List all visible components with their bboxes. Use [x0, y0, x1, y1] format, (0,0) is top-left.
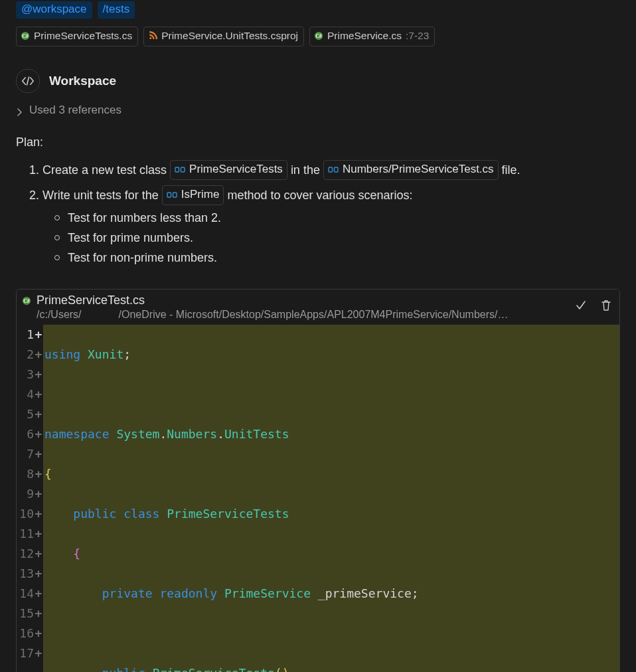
- code-filename: PrimeServiceTest.cs: [37, 294, 508, 307]
- symbol-chip-label: Numbers/PrimeServiceTest.cs: [343, 161, 494, 178]
- plan-subitem-3: Test for non-prime numbers.: [54, 248, 620, 268]
- diff-plus-icon: +: [34, 365, 43, 384]
- svg-rect-9: [173, 193, 177, 197]
- context-file-3[interactable]: C# PrimeService.cs:7-23: [309, 27, 435, 46]
- svg-text:C#: C#: [22, 33, 29, 39]
- plan-item-2-text-b: method to cover various scenarios:: [227, 189, 412, 202]
- code-block-header: C# PrimeServiceTest.cs /c:/Users//OneDri…: [17, 290, 619, 325]
- line-number: 14: [19, 584, 34, 604]
- line-number: 4: [19, 384, 34, 404]
- diff-plus-icon: +: [34, 424, 43, 444]
- line-number: 1: [19, 325, 34, 345]
- diff-plus-icon: +: [34, 325, 43, 345]
- symbol-chip-primeservicetests[interactable]: PrimeServiceTests: [170, 160, 287, 180]
- diff-plus-icon: +: [34, 384, 43, 404]
- csharp-icon: C#: [314, 31, 323, 41]
- plan-list: Create a new test class PrimeServiceTest…: [16, 157, 620, 270]
- line-number: 9: [19, 484, 34, 504]
- diff-plus-icon: +: [34, 604, 43, 624]
- plan-item-1-text-a: Create a new test class: [42, 163, 170, 177]
- tests-badge[interactable]: /tests: [98, 1, 135, 19]
- diff-plus-icon: +: [34, 404, 43, 424]
- plan-sublist: Test for numbers less than 2. Test for p…: [54, 208, 620, 268]
- svg-rect-6: [329, 167, 333, 172]
- line-number: 16: [19, 624, 34, 643]
- line-number: 11: [19, 524, 34, 544]
- diff-plus-icon: +: [34, 624, 43, 643]
- apply-button[interactable]: [574, 299, 588, 312]
- code-area: 1+ 2+ 3+ 4+ 5+ 6+ 7+ 8+ 9+ 10+ 11+ 12+ 1…: [17, 325, 619, 672]
- plan-item-1-text-b: in the: [291, 163, 323, 177]
- svg-text:C#: C#: [315, 33, 322, 39]
- line-number: 3: [19, 365, 34, 384]
- svg-rect-5: [181, 167, 185, 172]
- line-number: 15: [19, 604, 34, 624]
- line-number: 10: [19, 504, 34, 524]
- line-number: 12: [19, 544, 34, 564]
- diff-plus-icon: +: [34, 504, 43, 524]
- workspace-badge[interactable]: @workspace: [16, 1, 92, 19]
- workspace-header: Workspace: [16, 69, 620, 93]
- line-number: 17: [19, 643, 34, 663]
- diff-plus-icon: +: [34, 564, 43, 584]
- references-toggle[interactable]: Used 3 references: [16, 104, 620, 117]
- context-file-2-name: PrimeService.UnitTests.csproj: [161, 29, 298, 43]
- diff-plus-icon: +: [34, 345, 43, 365]
- chevron-right-icon: [16, 106, 24, 114]
- diff-plus-icon: +: [34, 484, 43, 504]
- csharp-icon: C#: [21, 31, 30, 41]
- line-number: 8: [19, 464, 34, 484]
- line-number: 6: [19, 424, 34, 444]
- symbol-icon: [175, 165, 185, 174]
- diff-plus-icon: +: [34, 524, 43, 544]
- context-files-row: C# PrimeServiceTests.cs PrimeService.Uni…: [16, 25, 620, 46]
- symbol-chip-label: PrimeServiceTests: [189, 161, 283, 178]
- plan-item-2-text-a: Write unit tests for the: [42, 189, 162, 202]
- plan-item-2: Write unit tests for the IsPrime method …: [42, 183, 620, 270]
- symbol-chip-label: IsPrime: [181, 186, 220, 203]
- diff-plus-icon: +: [34, 643, 43, 663]
- line-number: 13: [19, 564, 34, 584]
- references-label: Used 3 references: [29, 104, 121, 117]
- diff-plus-icon: +: [34, 464, 43, 484]
- symbol-chip-isprime[interactable]: IsPrime: [162, 185, 224, 205]
- plan-item-1: Create a new test class PrimeServiceTest…: [42, 157, 620, 183]
- svg-rect-8: [167, 193, 171, 197]
- code-lines[interactable]: using Xunit; namespace System.Numbers.Un…: [43, 325, 619, 672]
- code-filepath-a: /c:/Users/: [37, 309, 82, 320]
- line-number: 7: [19, 444, 34, 464]
- code-filepath: /c:/Users//OneDrive - Microsoft/Desktop/…: [37, 309, 508, 321]
- command-row: @workspace /tests: [16, 0, 620, 19]
- plan-item-1-text-c: file.: [502, 163, 520, 177]
- context-file-1[interactable]: C# PrimeServiceTests.cs: [16, 27, 138, 46]
- diff-plus-icon: +: [34, 544, 43, 564]
- workspace-title: Workspace: [49, 74, 116, 88]
- plan-subitem-1: Test for numbers less than 2.: [54, 208, 620, 228]
- code-icon: [16, 69, 40, 93]
- svg-rect-7: [334, 167, 338, 172]
- line-number: 2: [19, 345, 34, 365]
- diff-plus-icon: +: [34, 444, 43, 464]
- symbol-icon: [167, 191, 177, 199]
- context-file-1-name: PrimeServiceTests.cs: [34, 29, 132, 43]
- line-number: 5: [19, 404, 34, 424]
- svg-rect-4: [175, 167, 179, 172]
- symbol-chip-filepath[interactable]: Numbers/PrimeServiceTest.cs: [323, 160, 499, 180]
- code-gutter: 1+ 2+ 3+ 4+ 5+ 6+ 7+ 8+ 9+ 10+ 11+ 12+ 1…: [17, 325, 43, 672]
- code-filepath-b: /OneDrive - Microsoft/Desktop/SampleApps…: [119, 309, 509, 320]
- csharp-icon: C#: [22, 296, 31, 305]
- code-suggestion-block: C# PrimeServiceTest.cs /c:/Users//OneDri…: [16, 289, 620, 672]
- context-file-3-name: PrimeService.cs: [327, 29, 402, 43]
- diff-plus-icon: +: [34, 584, 43, 604]
- discard-button[interactable]: [599, 299, 613, 312]
- svg-text:C#: C#: [23, 298, 30, 304]
- symbol-icon: [328, 165, 339, 174]
- context-file-3-range: :7-23: [406, 29, 429, 43]
- plan-label: Plan:: [16, 135, 620, 149]
- csproj-icon: [148, 31, 157, 41]
- plan-subitem-2: Test for prime numbers.: [54, 228, 620, 248]
- context-file-2[interactable]: PrimeService.UnitTests.csproj: [143, 27, 304, 46]
